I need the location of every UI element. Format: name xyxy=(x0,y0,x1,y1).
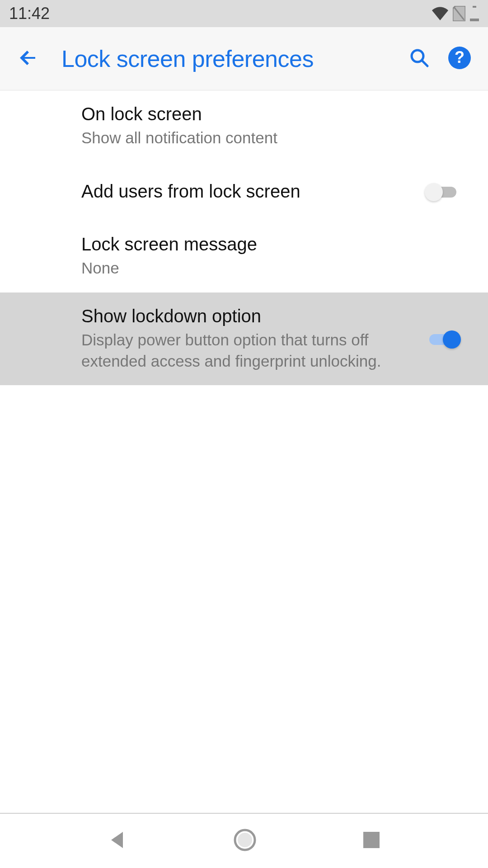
status-icons xyxy=(432,6,479,21)
help-button[interactable]: ? xyxy=(444,42,475,75)
pref-lock-screen-message[interactable]: Lock screen message None xyxy=(0,221,488,292)
pref-subtitle: None xyxy=(81,257,470,278)
switch-thumb xyxy=(443,330,461,349)
content-area: On lock screen Show all notification con… xyxy=(0,90,488,385)
pref-title: Add users from lock screen xyxy=(81,181,411,202)
show-lockdown-switch[interactable] xyxy=(425,330,461,348)
circle-home-icon xyxy=(234,829,256,851)
add-users-switch[interactable] xyxy=(425,182,461,200)
back-arrow-icon xyxy=(17,47,39,69)
action-bar: Lock screen preferences ? xyxy=(0,27,488,90)
nav-back-button[interactable] xyxy=(99,821,136,861)
status-bar: 11:42 xyxy=(0,0,488,27)
search-icon xyxy=(408,47,430,69)
status-time: 11:42 xyxy=(9,4,50,23)
pref-subtitle: Show all notification content xyxy=(81,127,470,148)
square-recent-icon xyxy=(362,831,380,849)
svg-text:?: ? xyxy=(455,48,465,66)
pref-title: On lock screen xyxy=(81,104,470,124)
pref-title: Lock screen message xyxy=(81,234,470,255)
pref-title: Show lockdown option xyxy=(81,306,411,326)
wifi-icon xyxy=(432,7,448,20)
pref-add-users[interactable]: Add users from lock screen xyxy=(0,162,488,221)
svg-rect-0 xyxy=(473,6,476,8)
pref-subtitle: Display power button option that turns o… xyxy=(81,329,411,372)
switch-thumb xyxy=(425,183,443,201)
navigation-bar xyxy=(0,814,488,868)
nav-home-button[interactable] xyxy=(225,820,265,862)
svg-rect-9 xyxy=(363,832,380,848)
back-button[interactable] xyxy=(13,42,43,75)
pref-show-lockdown[interactable]: Show lockdown option Display power butto… xyxy=(0,292,488,386)
svg-point-8 xyxy=(238,833,252,847)
search-button[interactable] xyxy=(404,42,435,75)
triangle-back-icon xyxy=(108,830,127,850)
pref-on-lock-screen[interactable]: On lock screen Show all notification con… xyxy=(0,90,488,162)
svg-rect-2 xyxy=(470,19,479,21)
no-sim-icon xyxy=(453,6,465,21)
nav-recent-button[interactable] xyxy=(353,822,389,860)
svg-line-4 xyxy=(422,61,427,66)
help-icon: ? xyxy=(448,47,471,69)
page-title: Lock screen preferences xyxy=(61,45,395,72)
battery-icon xyxy=(470,6,479,21)
